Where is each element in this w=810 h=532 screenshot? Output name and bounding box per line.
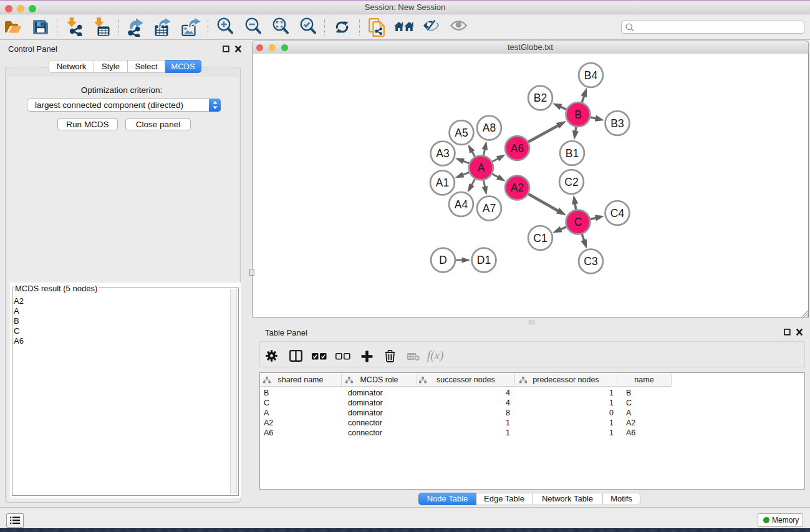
svg-text:C: C xyxy=(574,216,582,228)
svg-text:A7: A7 xyxy=(483,202,496,215)
svg-text:A8: A8 xyxy=(483,122,496,134)
svg-text:B3: B3 xyxy=(610,117,624,130)
svg-text:C2: C2 xyxy=(564,176,578,188)
svg-text:B2: B2 xyxy=(534,92,547,104)
svg-text:C3: C3 xyxy=(584,255,597,268)
svg-text:A2: A2 xyxy=(511,181,524,194)
svg-text:B1: B1 xyxy=(566,147,579,160)
svg-text:D: D xyxy=(439,254,447,266)
svg-text:C1: C1 xyxy=(533,232,547,244)
svg-text:A4: A4 xyxy=(455,198,468,211)
svg-text:A3: A3 xyxy=(436,147,449,160)
svg-text:B: B xyxy=(574,109,582,121)
svg-text:B4: B4 xyxy=(584,69,598,82)
svg-text:C4: C4 xyxy=(610,207,625,220)
svg-text:D1: D1 xyxy=(477,254,491,266)
svg-text:A6: A6 xyxy=(511,142,524,155)
svg-text:A: A xyxy=(478,162,485,174)
svg-text:A5: A5 xyxy=(455,127,468,139)
svg-text:A1: A1 xyxy=(436,177,449,189)
